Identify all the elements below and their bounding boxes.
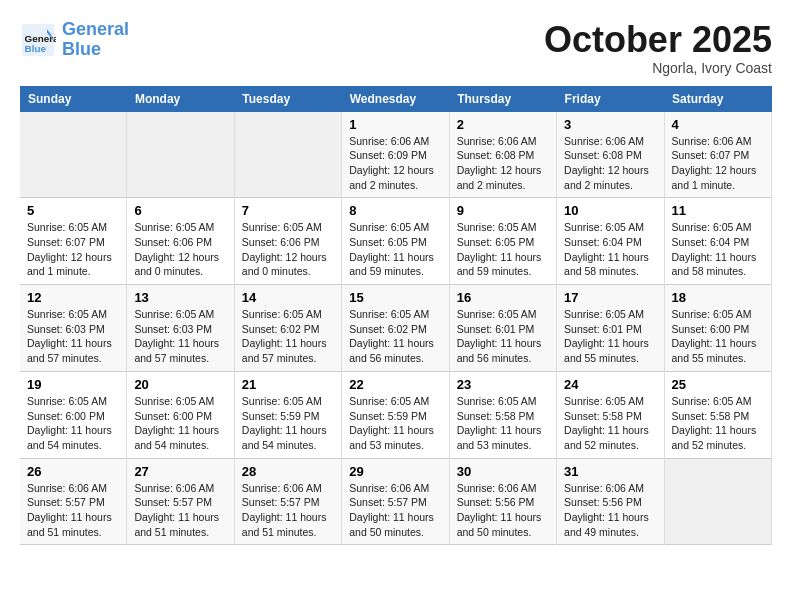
calendar-cell [664, 458, 772, 545]
calendar-cell: 31Sunrise: 6:06 AMSunset: 5:56 PMDayligh… [557, 458, 664, 545]
calendar-body: 1Sunrise: 6:06 AMSunset: 6:09 PMDaylight… [20, 112, 772, 545]
calendar-cell [234, 112, 341, 198]
col-sunday: Sunday [20, 86, 127, 112]
day-number: 19 [27, 377, 119, 392]
calendar-cell: 29Sunrise: 6:06 AMSunset: 5:57 PMDayligh… [342, 458, 449, 545]
calendar-cell: 13Sunrise: 6:05 AMSunset: 6:03 PMDayligh… [127, 285, 234, 372]
day-number: 9 [457, 203, 549, 218]
calendar-cell: 5Sunrise: 6:05 AMSunset: 6:07 PMDaylight… [20, 198, 127, 285]
day-info: Sunrise: 6:06 AMSunset: 5:57 PMDaylight:… [242, 481, 334, 540]
col-saturday: Saturday [664, 86, 772, 112]
day-info: Sunrise: 6:05 AMSunset: 6:04 PMDaylight:… [564, 220, 656, 279]
calendar-cell: 30Sunrise: 6:06 AMSunset: 5:56 PMDayligh… [449, 458, 556, 545]
day-info: Sunrise: 6:06 AMSunset: 5:57 PMDaylight:… [349, 481, 441, 540]
day-info: Sunrise: 6:05 AMSunset: 5:58 PMDaylight:… [672, 394, 765, 453]
day-number: 25 [672, 377, 765, 392]
day-info: Sunrise: 6:05 AMSunset: 6:06 PMDaylight:… [134, 220, 226, 279]
svg-text:Blue: Blue [25, 42, 47, 53]
calendar-cell: 12Sunrise: 6:05 AMSunset: 6:03 PMDayligh… [20, 285, 127, 372]
calendar-week-row: 12Sunrise: 6:05 AMSunset: 6:03 PMDayligh… [20, 285, 772, 372]
day-info: Sunrise: 6:06 AMSunset: 5:57 PMDaylight:… [134, 481, 226, 540]
calendar-cell: 23Sunrise: 6:05 AMSunset: 5:58 PMDayligh… [449, 371, 556, 458]
day-info: Sunrise: 6:05 AMSunset: 6:00 PMDaylight:… [672, 307, 765, 366]
col-monday: Monday [127, 86, 234, 112]
day-number: 24 [564, 377, 656, 392]
calendar-cell: 6Sunrise: 6:05 AMSunset: 6:06 PMDaylight… [127, 198, 234, 285]
calendar-cell: 28Sunrise: 6:06 AMSunset: 5:57 PMDayligh… [234, 458, 341, 545]
calendar-cell: 4Sunrise: 6:06 AMSunset: 6:07 PMDaylight… [664, 112, 772, 198]
day-number: 6 [134, 203, 226, 218]
day-info: Sunrise: 6:05 AMSunset: 6:06 PMDaylight:… [242, 220, 334, 279]
day-info: Sunrise: 6:06 AMSunset: 6:07 PMDaylight:… [672, 134, 765, 193]
day-info: Sunrise: 6:06 AMSunset: 6:08 PMDaylight:… [564, 134, 656, 193]
calendar-week-row: 19Sunrise: 6:05 AMSunset: 6:00 PMDayligh… [20, 371, 772, 458]
calendar-cell: 7Sunrise: 6:05 AMSunset: 6:06 PMDaylight… [234, 198, 341, 285]
day-number: 22 [349, 377, 441, 392]
calendar-week-row: 1Sunrise: 6:06 AMSunset: 6:09 PMDaylight… [20, 112, 772, 198]
calendar-cell: 9Sunrise: 6:05 AMSunset: 6:05 PMDaylight… [449, 198, 556, 285]
day-number: 26 [27, 464, 119, 479]
calendar-cell: 19Sunrise: 6:05 AMSunset: 6:00 PMDayligh… [20, 371, 127, 458]
day-info: Sunrise: 6:05 AMSunset: 6:01 PMDaylight:… [457, 307, 549, 366]
day-info: Sunrise: 6:06 AMSunset: 6:09 PMDaylight:… [349, 134, 441, 193]
day-info: Sunrise: 6:05 AMSunset: 6:07 PMDaylight:… [27, 220, 119, 279]
calendar-cell: 17Sunrise: 6:05 AMSunset: 6:01 PMDayligh… [557, 285, 664, 372]
col-wednesday: Wednesday [342, 86, 449, 112]
calendar-cell: 16Sunrise: 6:05 AMSunset: 6:01 PMDayligh… [449, 285, 556, 372]
day-number: 7 [242, 203, 334, 218]
logo: General Blue GeneralBlue [20, 20, 129, 60]
location-subtitle: Ngorla, Ivory Coast [544, 60, 772, 76]
calendar-cell: 10Sunrise: 6:05 AMSunset: 6:04 PMDayligh… [557, 198, 664, 285]
day-info: Sunrise: 6:05 AMSunset: 6:05 PMDaylight:… [457, 220, 549, 279]
day-info: Sunrise: 6:05 AMSunset: 6:02 PMDaylight:… [349, 307, 441, 366]
day-number: 5 [27, 203, 119, 218]
page-header: General Blue GeneralBlue October 2025 Ng… [20, 20, 772, 76]
logo-text: GeneralBlue [62, 20, 129, 60]
day-number: 12 [27, 290, 119, 305]
day-number: 16 [457, 290, 549, 305]
calendar-cell: 22Sunrise: 6:05 AMSunset: 5:59 PMDayligh… [342, 371, 449, 458]
calendar-cell: 2Sunrise: 6:06 AMSunset: 6:08 PMDaylight… [449, 112, 556, 198]
day-info: Sunrise: 6:05 AMSunset: 5:59 PMDaylight:… [349, 394, 441, 453]
calendar-cell: 3Sunrise: 6:06 AMSunset: 6:08 PMDaylight… [557, 112, 664, 198]
day-info: Sunrise: 6:05 AMSunset: 6:00 PMDaylight:… [27, 394, 119, 453]
col-thursday: Thursday [449, 86, 556, 112]
day-number: 27 [134, 464, 226, 479]
day-info: Sunrise: 6:05 AMSunset: 5:59 PMDaylight:… [242, 394, 334, 453]
title-block: October 2025 Ngorla, Ivory Coast [544, 20, 772, 76]
day-info: Sunrise: 6:06 AMSunset: 5:56 PMDaylight:… [564, 481, 656, 540]
day-number: 23 [457, 377, 549, 392]
day-number: 17 [564, 290, 656, 305]
calendar-cell [127, 112, 234, 198]
calendar-cell: 21Sunrise: 6:05 AMSunset: 5:59 PMDayligh… [234, 371, 341, 458]
day-number: 4 [672, 117, 765, 132]
calendar-cell: 20Sunrise: 6:05 AMSunset: 6:00 PMDayligh… [127, 371, 234, 458]
day-number: 3 [564, 117, 656, 132]
day-number: 21 [242, 377, 334, 392]
day-number: 15 [349, 290, 441, 305]
calendar-header: Sunday Monday Tuesday Wednesday Thursday… [20, 86, 772, 112]
day-number: 8 [349, 203, 441, 218]
day-number: 29 [349, 464, 441, 479]
header-row: Sunday Monday Tuesday Wednesday Thursday… [20, 86, 772, 112]
day-info: Sunrise: 6:05 AMSunset: 6:03 PMDaylight:… [134, 307, 226, 366]
day-number: 28 [242, 464, 334, 479]
calendar-cell: 15Sunrise: 6:05 AMSunset: 6:02 PMDayligh… [342, 285, 449, 372]
day-info: Sunrise: 6:05 AMSunset: 5:58 PMDaylight:… [457, 394, 549, 453]
day-number: 31 [564, 464, 656, 479]
day-number: 11 [672, 203, 765, 218]
day-info: Sunrise: 6:05 AMSunset: 6:00 PMDaylight:… [134, 394, 226, 453]
day-info: Sunrise: 6:05 AMSunset: 6:05 PMDaylight:… [349, 220, 441, 279]
calendar-cell: 1Sunrise: 6:06 AMSunset: 6:09 PMDaylight… [342, 112, 449, 198]
day-info: Sunrise: 6:05 AMSunset: 5:58 PMDaylight:… [564, 394, 656, 453]
calendar-cell [20, 112, 127, 198]
calendar-cell: 27Sunrise: 6:06 AMSunset: 5:57 PMDayligh… [127, 458, 234, 545]
day-number: 20 [134, 377, 226, 392]
calendar-cell: 24Sunrise: 6:05 AMSunset: 5:58 PMDayligh… [557, 371, 664, 458]
day-info: Sunrise: 6:06 AMSunset: 6:08 PMDaylight:… [457, 134, 549, 193]
month-title: October 2025 [544, 20, 772, 60]
day-info: Sunrise: 6:05 AMSunset: 6:03 PMDaylight:… [27, 307, 119, 366]
day-info: Sunrise: 6:05 AMSunset: 6:02 PMDaylight:… [242, 307, 334, 366]
day-number: 2 [457, 117, 549, 132]
day-number: 30 [457, 464, 549, 479]
